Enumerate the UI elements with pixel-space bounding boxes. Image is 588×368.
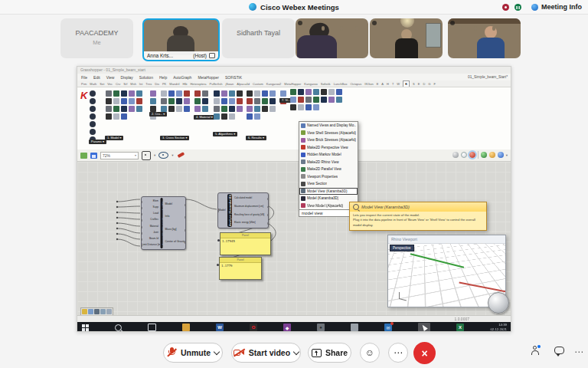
component-icon[interactable]	[247, 113, 253, 120]
component-icon[interactable]	[136, 90, 142, 97]
grasshopper-canvas[interactable]: ElemSuppLoadCroSecMaterialJointBeam-IdLi…	[77, 162, 511, 315]
component-icon[interactable]	[290, 104, 296, 110]
component-tab-vec[interactable]: Vec	[107, 82, 113, 86]
component-tab-crv[interactable]: Crv	[116, 82, 120, 86]
component-tab-g[interactable]: G	[428, 82, 430, 86]
component-icon[interactable]	[254, 98, 260, 104]
component-icon[interactable]	[90, 106, 96, 112]
opera-icon[interactable]: O	[250, 324, 257, 331]
input-port[interactable]: Load	[142, 212, 160, 215]
component-icon[interactable]	[336, 97, 342, 103]
component-icon[interactable]	[305, 104, 312, 110]
display-mode-wireframe-icon[interactable]	[461, 152, 467, 158]
video-tile[interactable]	[296, 18, 368, 58]
excel-icon[interactable]: X	[456, 324, 464, 331]
widget-icon[interactable]	[88, 309, 93, 314]
component-icon[interactable]	[247, 90, 253, 97]
unmute-button[interactable]: Unmute	[163, 343, 223, 363]
component-icon[interactable]	[270, 90, 276, 97]
output-port[interactable]: Calculated model	[233, 196, 268, 200]
component-icon[interactable]	[194, 98, 201, 104]
preview-eye-icon[interactable]	[158, 152, 168, 159]
output-port[interactable]: Maximum displacement [cm]	[233, 205, 268, 209]
photos-icon[interactable]: ◆	[283, 324, 291, 331]
component-tab-hlb[interactable]: Hlb	[182, 82, 187, 86]
component-tab-math[interactable]: Math	[90, 82, 96, 86]
input-port[interactable]: Limit Distance [m]	[142, 243, 160, 247]
output-port[interactable]: Center of Gravity	[164, 240, 185, 244]
component-group-label[interactable]: Params ▾	[89, 140, 106, 144]
component-icon[interactable]	[305, 89, 312, 95]
component-icon[interactable]	[280, 90, 286, 97]
component-icon[interactable]	[202, 98, 208, 104]
component-icon[interactable]	[113, 113, 119, 120]
component-tab-e[interactable]: E	[418, 82, 420, 86]
component-icon[interactable]	[106, 90, 112, 97]
search-button[interactable]	[115, 324, 122, 331]
component-icon[interactable]	[262, 98, 268, 104]
component-icon[interactable]	[328, 97, 335, 103]
unmute-chevron-icon[interactable]	[214, 348, 220, 354]
component-icon[interactable]	[321, 89, 327, 95]
output-port[interactable]: Elastic energy [kNm]	[233, 221, 268, 225]
component-icon[interactable]	[194, 90, 201, 97]
component-icon[interactable]	[129, 106, 135, 112]
input-port[interactable]: CroSec	[142, 218, 160, 222]
component-icon[interactable]	[113, 98, 119, 104]
component-icon[interactable]	[90, 129, 96, 135]
component-icon[interactable]	[313, 104, 319, 110]
chat-icon[interactable]	[351, 324, 358, 331]
component-icon[interactable]	[237, 98, 243, 104]
component-icon[interactable]	[247, 106, 253, 112]
menu-autograph[interactable]: AutoGraph	[173, 75, 191, 80]
component-tab-t[interactable]: T	[392, 82, 394, 86]
component-tab-f[interactable]: F	[433, 82, 435, 86]
component-icon[interactable]	[313, 97, 319, 103]
component-tab-pufferfish[interactable]: Pufferfish	[210, 82, 223, 86]
start-video-chevron-icon[interactable]	[293, 348, 299, 354]
component-icon[interactable]	[214, 113, 220, 120]
menu-sofistik[interactable]: SOFiSTiK	[225, 75, 242, 80]
menu-item-make2d-perspective-view[interactable]: Make2D Perspective View	[299, 144, 358, 152]
menu-metahopper[interactable]: MetaHopper	[198, 75, 219, 80]
component-tab-msh[interactable]: Msh	[130, 82, 136, 86]
component-icon[interactable]	[136, 106, 142, 112]
component-icon[interactable]	[237, 90, 243, 97]
component-tab-trns[interactable]: Trns	[145, 82, 152, 86]
component-tab-k[interactable]: K	[403, 80, 410, 87]
menu-item-make2d-parallel-view[interactable]: Make2D Parallel View	[299, 166, 358, 173]
component-icon[interactable]	[298, 89, 304, 95]
component-icon[interactable]	[121, 113, 127, 120]
component-icon[interactable]	[194, 106, 201, 112]
participants-button[interactable]	[530, 346, 541, 356]
word-icon[interactable]: W	[216, 324, 224, 331]
more-panels-button[interactable]: ⋯	[574, 347, 584, 357]
component-tab-mandril[interactable]: Mandril	[169, 82, 179, 86]
video-tile[interactable]: Anna Krts...(Host)	[142, 18, 220, 61]
menu-item-model-view-karamba3d[interactable]: Model View (Karamba3D)	[299, 188, 358, 196]
component-icon[interactable]	[313, 89, 319, 95]
rhino-viewport-panel[interactable]: Rhino Viewport Perspective	[387, 235, 506, 307]
component-icon[interactable]	[161, 98, 167, 104]
display-mode-shaded-icon[interactable]	[469, 152, 475, 158]
component-tab-e[interactable]: E	[377, 82, 379, 86]
component-icon[interactable]	[221, 113, 227, 120]
reactions-button[interactable]: ☺	[360, 343, 380, 363]
camera-icon[interactable]: ●	[317, 324, 325, 331]
component-icon[interactable]	[121, 98, 127, 104]
component-tab-dis[interactable]: Dis	[155, 82, 159, 86]
panel-node-1[interactable]: Panel 1.17945	[220, 232, 271, 255]
component-tab-srf[interactable]: Srf	[123, 82, 127, 86]
file-explorer-icon[interactable]	[182, 324, 190, 331]
open-file-icon[interactable]	[80, 153, 87, 159]
component-tab-heteroptera[interactable]: Heteroptera	[190, 82, 206, 86]
display-mode-blue-icon[interactable]	[498, 152, 504, 158]
component-icon[interactable]	[270, 98, 276, 104]
start-video-button[interactable]: Start video	[231, 343, 301, 363]
component-icon[interactable]	[290, 97, 296, 103]
component-tab-kangaroo2[interactable]: Kangaroo2	[266, 82, 282, 86]
assemble-model-node[interactable]: ElemSuppLoadCroSecMaterialJointBeam-IdLi…	[141, 196, 186, 250]
share-button[interactable]: Share	[308, 343, 351, 363]
component-icon[interactable]	[150, 98, 156, 104]
component-icon[interactable]	[202, 90, 208, 97]
